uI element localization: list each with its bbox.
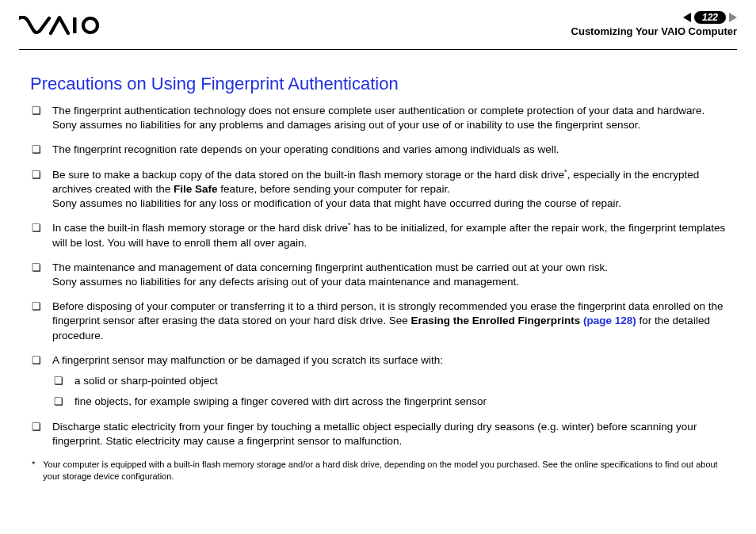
page-number-badge: 122 xyxy=(694,11,726,24)
list-item: Discharge static electricity from your f… xyxy=(30,420,729,448)
footnote-mark: * xyxy=(32,459,35,483)
footnote-text: Your computer is equipped with a built-i… xyxy=(43,459,729,483)
vaio-logo xyxy=(19,16,106,38)
list-item: A fingerprint sensor may malfunction or … xyxy=(30,353,729,410)
list-item: fine objects, for example swiping a fing… xyxy=(52,395,729,409)
header-right: 122 Customizing Your VAIO Computer xyxy=(571,11,737,37)
list-item: Before disposing of your computer or tra… xyxy=(30,299,729,343)
list-item: Be sure to make a backup copy of the dat… xyxy=(30,168,729,212)
footnote: * Your computer is equipped with a built… xyxy=(30,459,729,483)
page-content: Precautions on Using Fingerprint Authent… xyxy=(19,50,737,483)
svg-rect-0 xyxy=(73,17,77,33)
precautions-list: The fingerprint authentication technolog… xyxy=(30,104,729,448)
svg-point-1 xyxy=(83,18,97,32)
list-item: The fingerprint recognition rate depends… xyxy=(30,143,729,157)
page-link[interactable]: (page 128) xyxy=(583,315,636,326)
page-title: Precautions on Using Fingerprint Authent… xyxy=(30,74,729,94)
page-header: 122 Customizing Your VAIO Computer xyxy=(19,11,737,44)
list-item: In case the built-in flash memory storag… xyxy=(30,221,729,250)
manual-page: 122 Customizing Your VAIO Computer Preca… xyxy=(0,0,756,534)
sub-list: a solid or sharp-pointed object fine obj… xyxy=(52,374,729,409)
list-item: a solid or sharp-pointed object xyxy=(52,374,729,388)
vaio-logo-svg xyxy=(19,16,106,35)
list-item: The maintenance and management of data c… xyxy=(30,261,729,289)
prev-page-arrow-icon[interactable] xyxy=(683,13,691,22)
next-page-arrow-icon[interactable] xyxy=(729,13,737,22)
page-nav: 122 xyxy=(571,11,737,24)
section-title: Customizing Your VAIO Computer xyxy=(571,25,737,37)
list-item: The fingerprint authentication technolog… xyxy=(30,104,729,132)
